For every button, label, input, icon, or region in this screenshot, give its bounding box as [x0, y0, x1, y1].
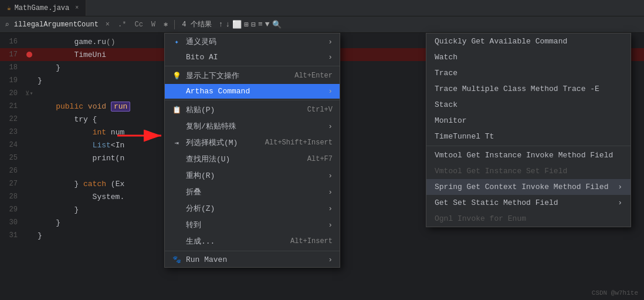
- arthas-item-spring[interactable]: Spring Get Context Invoke Method Filed ›: [426, 179, 631, 195]
- column-icon: ⇥: [172, 139, 181, 147]
- line-number-30: 30: [0, 218, 23, 227]
- line-number-17: 17: [0, 50, 23, 59]
- search-rect-btn[interactable]: ⬜: [232, 20, 242, 29]
- menu-item-find-usages-label: 查找用法(U): [186, 154, 230, 164]
- line-number-20: 20: [0, 89, 23, 97]
- menu-item-fold-label: 折叠: [186, 187, 201, 197]
- line-code-19: }: [35, 76, 42, 85]
- arthas-item-quickly-label: Quickly Get Available Command: [435, 37, 567, 46]
- tab-mathgame[interactable]: ☕ MathGame.java ×: [0, 0, 86, 16]
- search-pin-btn[interactable]: ✱: [162, 20, 170, 29]
- search-pin2-btn[interactable]: ⊟: [251, 20, 256, 29]
- arthas-item-get-set-static[interactable]: Get Set Static Method Field ›: [426, 195, 631, 211]
- maven-icon: 🐾: [172, 255, 181, 264]
- line-gutter-20: ⊻▾: [23, 90, 35, 97]
- context-menu: ✦ 通义灵码 › Bito AI › 💡 显示上下文操作 Alt+Enter A…: [164, 33, 340, 268]
- menu-item-bito-label: Bito AI: [186, 53, 218, 62]
- line-code-25: print(n: [35, 154, 124, 163]
- menu-item-generate-label: 生成...: [186, 236, 215, 247]
- arthas-item-watch[interactable]: Watch: [426, 49, 631, 65]
- search-nav-btns: ↑ ↓ ⬜ ⊞ ⊟ ≡ ▼ 🔍: [219, 20, 282, 29]
- menu-item-analyze-label: 分析(Z): [186, 203, 215, 214]
- line-code-21: public void run: [35, 102, 130, 111]
- line-number-25: 25: [0, 154, 23, 162]
- menu-item-context-label: 显示上下文操作: [186, 70, 239, 81]
- line-number-18: 18: [0, 63, 23, 72]
- search-extra-btn[interactable]: 🔍: [272, 20, 282, 29]
- line-number-24: 24: [0, 141, 23, 149]
- search-options-btn[interactable]: ≡: [258, 20, 263, 29]
- goto-arrow: ›: [328, 221, 333, 230]
- tab-close-btn[interactable]: ×: [75, 5, 79, 11]
- search-multiline-btn[interactable]: ⊞: [244, 20, 249, 29]
- menu-item-paste[interactable]: 📋 粘贴(P) Ctrl+V: [165, 102, 340, 118]
- column-shortcut: Alt+Shift+Insert: [265, 139, 333, 147]
- paste-icon: 📋: [172, 106, 181, 114]
- line-number-27: 27: [0, 180, 23, 188]
- search-prev-btn[interactable]: ↑: [219, 20, 223, 29]
- search-regex-btn[interactable]: .*: [116, 21, 128, 29]
- arthas-item-ognl: Ognl Invoke for Enum: [426, 211, 631, 227]
- menu-item-bito[interactable]: Bito AI ›: [165, 50, 340, 65]
- run-method-highlight: run: [111, 102, 130, 112]
- search-icon: ⌕: [5, 20, 9, 29]
- menu-separator-3: [165, 251, 340, 251]
- search-input[interactable]: [14, 21, 99, 29]
- fold-arrow: ›: [328, 188, 333, 197]
- line-number-21: 21: [0, 102, 23, 110]
- line-number-29: 29: [0, 205, 23, 214]
- menu-separator-2: [165, 100, 340, 100]
- menu-item-generate[interactable]: 生成... Alt+Insert: [165, 233, 340, 250]
- menu-item-paste-label: 粘贴(P): [186, 105, 215, 115]
- line-number-28: 28: [0, 193, 23, 201]
- arthas-item-vmtool-invoke[interactable]: Vmtool Get Instance Invoke Method Field: [426, 147, 631, 163]
- arthas-item-spring-arrow: ›: [618, 183, 622, 191]
- arthas-item-vmtool-set-label: Vmtool Get Instance Set Field: [435, 167, 567, 176]
- arthas-item-timetunnel[interactable]: TimeTunnel Tt: [426, 129, 631, 144]
- line-code-27: } catch (Ex: [35, 180, 124, 188]
- arthas-item-ognl-label: Ognl Invoke for Enum: [435, 214, 526, 223]
- arthas-item-timetunnel-label: TimeTunnel Tt: [435, 132, 494, 141]
- search-case-btn[interactable]: Cc: [133, 21, 144, 29]
- arthas-item-trace[interactable]: Trace: [426, 65, 631, 81]
- menu-item-column-label: 列选择模式(M): [186, 137, 238, 148]
- line-number-31: 31: [0, 231, 23, 240]
- search-clear-btn[interactable]: ×: [104, 21, 111, 29]
- line-code-24: List<In: [35, 141, 124, 150]
- menu-item-copy-special[interactable]: 复制/粘贴特殊 ›: [165, 118, 340, 134]
- menu-item-fold[interactable]: 折叠 ›: [165, 184, 340, 200]
- line-code-16: game.ru(): [35, 38, 116, 46]
- search-divider: [174, 20, 175, 29]
- copy-special-arrow: ›: [328, 122, 333, 131]
- menu-item-maven[interactable]: 🐾 Run Maven ›: [165, 252, 340, 267]
- menu-item-find-usages[interactable]: 查找用法(U) Alt+F7: [165, 151, 340, 167]
- arthas-item-stack[interactable]: Stack: [426, 97, 631, 113]
- menu-item-goto[interactable]: 转到 ›: [165, 217, 340, 233]
- tongyi-arrow: ›: [328, 38, 333, 46]
- menu-item-refactor-label: 重构(R): [186, 170, 215, 181]
- arthas-item-vmtool-set: Vmtool Get Instance Set Field: [426, 163, 631, 179]
- arthas-item-quickly[interactable]: Quickly Get Available Command: [426, 33, 631, 49]
- menu-item-column[interactable]: ⇥ 列选择模式(M) Alt+Shift+Insert: [165, 134, 340, 151]
- arthas-item-vmtool-invoke-label: Vmtool Get Instance Invoke Method Field: [435, 151, 613, 160]
- menu-item-analyze[interactable]: 分析(Z) ›: [165, 200, 340, 217]
- menu-item-goto-label: 转到: [186, 220, 201, 230]
- paste-shortcut: Ctrl+V: [307, 106, 333, 114]
- line-code-18: }: [35, 63, 60, 72]
- line-code-28: System.: [35, 193, 124, 201]
- menu-item-refactor[interactable]: 重构(R) ›: [165, 167, 340, 184]
- menu-item-arthas[interactable]: Arthas Command ›: [165, 84, 340, 99]
- line-gutter-17: [23, 52, 35, 58]
- java-file-icon: ☕: [7, 4, 11, 12]
- search-word-btn[interactable]: W: [150, 21, 157, 29]
- search-filter-btn[interactable]: ▼: [265, 20, 270, 29]
- breakpoint-17[interactable]: [26, 52, 32, 58]
- arthas-item-monitor[interactable]: Monitor: [426, 113, 631, 129]
- menu-item-arthas-label: Arthas Command: [186, 87, 250, 96]
- menu-item-tongyi[interactable]: ✦ 通义灵码 ›: [165, 33, 340, 50]
- search-next-btn[interactable]: ↓: [226, 20, 231, 29]
- fold-btn-20[interactable]: ⊻▾: [25, 90, 33, 97]
- context-shortcut: Alt+Enter: [294, 72, 333, 80]
- menu-item-context[interactable]: 💡 显示上下文操作 Alt+Enter: [165, 68, 340, 84]
- arthas-item-trace-multi[interactable]: Trace Multiple Class Method Trace -E: [426, 81, 631, 97]
